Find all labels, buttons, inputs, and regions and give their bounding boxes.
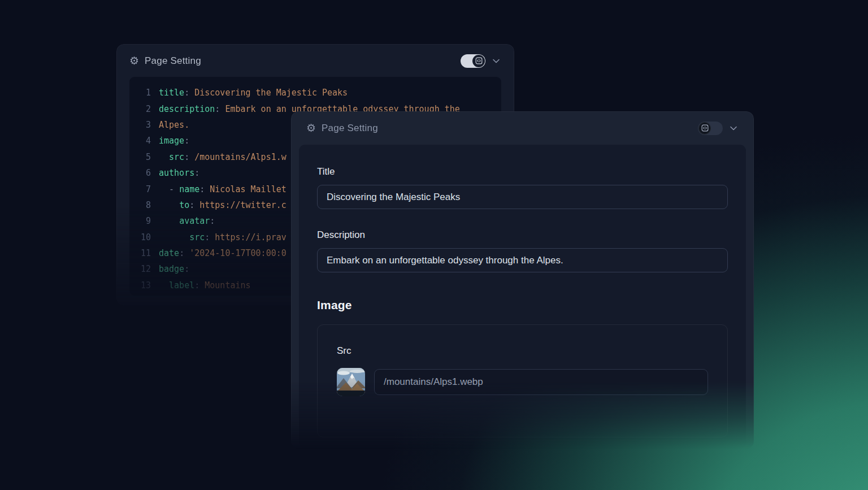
code-text: authors: [159, 168, 199, 178]
line-number: 8 [136, 200, 151, 210]
description-field-label: Description [317, 229, 728, 241]
code-square-icon [475, 57, 483, 64]
code-text: to: https://twitter.c [159, 200, 287, 210]
line-number: 1 [136, 88, 151, 98]
chevron-down-icon[interactable] [491, 56, 501, 66]
code-toggle-knob [472, 55, 485, 67]
description-input[interactable] [317, 248, 728, 272]
form-settings-panel: ⚙ Page Setting Title Description Image S… [291, 111, 754, 449]
panel-title: Page Setting [145, 55, 201, 67]
code-view-toggle[interactable] [461, 54, 485, 68]
image-src-input[interactable] [374, 369, 708, 395]
code-panel-header: ⚙ Page Setting [117, 45, 514, 77]
code-text: - name: Nicolas Maillet [159, 184, 287, 194]
code-text: src: /mountains/Alps1.w [159, 152, 287, 162]
line-number: 3 [136, 120, 151, 130]
src-field-label: Src [337, 345, 708, 357]
line-number: 10 [136, 232, 151, 242]
title-field-label: Title [317, 166, 728, 177]
image-section-heading: Image [317, 298, 728, 312]
image-settings-card: Src [317, 324, 728, 437]
code-line[interactable]: 1title: Discovering the Majestic Peaks [136, 85, 501, 101]
line-number: 2 [136, 104, 151, 114]
line-number: 7 [136, 184, 151, 194]
code-text: label: Mountains [159, 280, 251, 290]
code-text: src: https://i.prav [159, 232, 287, 242]
panel-title: Page Setting [322, 123, 378, 134]
image-thumbnail [337, 368, 365, 396]
mountain-thumbnail-art [337, 368, 365, 396]
chevron-down-icon[interactable] [728, 123, 739, 133]
line-number: 12 [136, 264, 151, 274]
code-square-icon [701, 124, 709, 132]
title-input[interactable] [317, 185, 728, 209]
line-number: 13 [136, 280, 151, 290]
line-number: 5 [136, 152, 151, 162]
code-view-toggle[interactable] [698, 122, 723, 135]
form-card: Title Description Image Src [299, 145, 746, 448]
code-text: image: [159, 136, 189, 146]
form-panel-header: ⚙ Page Setting [292, 112, 753, 144]
line-number: 6 [136, 168, 151, 178]
line-number: 11 [136, 248, 151, 258]
code-text: avatar: [159, 216, 215, 226]
code-text: title: Discovering the Majestic Peaks [159, 88, 348, 98]
line-number: 9 [136, 216, 151, 226]
code-text: date: '2024-10-17T00:00:0 [159, 248, 287, 258]
gear-icon: ⚙ [306, 123, 316, 133]
code-text: badge: [159, 264, 189, 274]
line-number: 4 [136, 136, 151, 146]
code-text: Alpes. [159, 120, 189, 130]
gear-icon: ⚙ [129, 55, 139, 66]
code-toggle-knob [698, 122, 711, 135]
